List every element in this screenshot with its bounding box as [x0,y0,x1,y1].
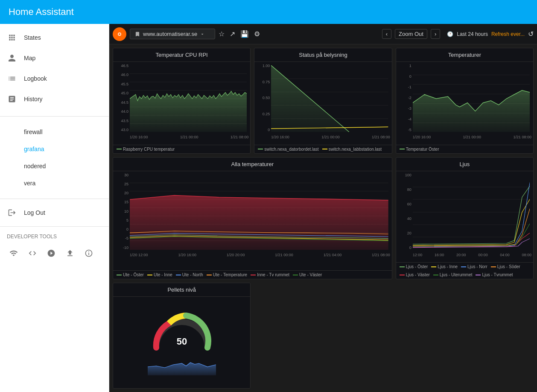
ll-2: Ute - Inne [154,272,172,277]
li-ljus-uterummet: Ljus - Uterummet [433,272,473,277]
lc-6 [293,275,298,275]
cpu-chart-wrapper [130,65,247,132]
belysning-chart-svg [271,65,388,132]
li-ljus-oster: Ljus - Öster [400,264,428,269]
svg-marker-14 [271,65,388,132]
ll-6: Ute - Väster [299,272,322,277]
belysning-chart: 1.000.750.500.250 [256,64,390,140]
cpu-legend: Raspberry CPU temperatur [113,145,250,153]
wifi-icon[interactable] [7,246,20,260]
content-area: www.automatiserar.se ☆ ↗ 💾 ⚙ ‹ Zoom Out … [109,24,537,392]
legend-color-yellow [322,149,327,149]
x-axis-alla: 1/20 12:001/20 16:001/20 20:001/21 00:00… [130,252,390,258]
y-axis-temp: 10-1-2-3-4-5 [398,64,413,132]
ll-4: Ute - Temperature [213,272,247,277]
developer-tools-label: Developer Tools [0,230,109,243]
refresh-btn[interactable]: ↺ [528,30,534,38]
apps-icon [7,32,17,43]
info-icon[interactable] [82,246,96,260]
upload-icon[interactable] [63,246,77,260]
ljus-svg [413,175,530,250]
sidebar-label-map: Map [24,55,102,61]
sidebar-main-nav: States Map Logbook History [0,24,109,113]
sidebar-item-logbook[interactable]: Logbook [0,68,109,89]
ljl-7: Ljus - Tvrummet [482,272,513,277]
panel-ljus-title: Ljus [396,158,533,171]
ljus-legend: Ljus - Öster Ljus - Inne Ljus - Norr Lju… [396,262,533,279]
sidebar-subnav: firewall grafana nodered vera [0,120,109,195]
ljl-1: Ljus - Öster [406,264,428,269]
ljc-5 [400,275,405,275]
legend-color-green [258,149,263,149]
panel-pellets-title: Pellets nivå [113,283,250,297]
ll-1: Ute - Öster [123,272,144,277]
sidebar-item-nodered[interactable]: nodered [0,158,109,175]
settings-icon[interactable]: ⚙ [254,30,260,38]
lc-1 [117,275,122,275]
ljc-6 [433,275,438,275]
zoom-out-btn[interactable]: Zoom Out [395,29,427,39]
sidebar-item-history[interactable]: History [0,89,109,109]
share-icon[interactable]: ↗ [230,30,235,38]
alla-legend: Ute - Öster Ute - Inne Ute - North Ute -… [113,270,392,279]
gauge-svg: 50 [148,307,216,354]
x-axis-ljus: 12:0016:0020:0000:0004:0008:00 [413,252,531,258]
legend-color-temp [400,149,405,149]
svg-marker-38 [148,363,216,375]
ljl-4: Ljus - Söder [497,264,520,269]
x-axis-temp: 1/20 16:001/21 00:001/21 08:00 [413,134,531,140]
sidebar-divider [0,116,109,117]
next-btn[interactable]: › [431,29,440,39]
panel-temperaturer-title: Temperaturer [396,48,533,62]
sidebar-item-states[interactable]: States [0,27,109,48]
panel-alla-temp-content: 302520151050-5-10 [113,171,392,271]
grafana-dashboard: Temperatur CPU RPI 46.546.045.545.044.54… [109,44,537,392]
panel-belysning: Status på belysning 1.000.750.500.250 [254,48,392,154]
svg-point-2 [119,33,120,35]
antenna-icon[interactable] [44,246,58,260]
url-text: www.automatiserar.se [143,31,197,37]
prev-btn[interactable]: ‹ [382,29,391,39]
star-icon[interactable]: ☆ [219,30,225,38]
ljl-3: Ljus - Norr [467,264,487,269]
grafana-logo[interactable] [113,27,126,41]
panel-pellets-content: 50 [113,297,250,388]
sidebar-item-map[interactable]: Map [0,48,109,68]
li-ute-vaster: Ute - Väster [293,272,322,277]
code-icon[interactable] [26,246,39,260]
legend-label: Raspberry CPU temperatur [123,147,175,152]
ljc-4 [491,266,496,267]
panel-belysning-title: Status på belysning [254,48,391,62]
alla-temp-chart-wrapper [130,175,388,250]
sidebar-label-vera: vera [24,180,35,187]
lc-4 [207,275,212,275]
panel-ljus: Ljus 100806040200 [396,157,534,280]
sidebar-item-grafana[interactable]: grafana [0,140,109,158]
grafana-nav-controls: ‹ Zoom Out › 🕐 Last 24 hours Refresh eve… [382,29,534,39]
temperaturer-chart-wrapper [413,65,530,132]
sidebar-label-logbook: Logbook [24,75,102,82]
url-bar[interactable]: www.automatiserar.se [130,29,215,39]
refresh-label[interactable]: Refresh ever... [491,31,525,37]
sidebar-label-history: History [24,96,102,102]
legend-item-yellow: switch.nexa_labbstation.last [322,147,382,152]
ljus-chart: 100806040200 [398,173,531,258]
legend-label-temp: Temperatur Öster [406,147,439,152]
y-axis-belysning: 1.000.750.500.250 [256,64,271,132]
sidebar-item-vera[interactable]: vera [0,175,109,192]
panel-alla-temp: Alla temperaturer 302520151050-5-10 [113,157,392,280]
lc-5 [251,275,256,275]
belysning-chart-wrapper [271,65,388,132]
ljus-chart-wrapper [413,175,530,250]
save-icon[interactable]: 💾 [240,30,249,38]
sidebar-item-firewall[interactable]: firewall [0,123,109,140]
logout-icon [7,208,17,218]
alla-temp-chart: 302520151050-5-10 [115,173,390,258]
li-ute-oster: Ute - Öster [117,272,144,277]
panel-cpu-temp: Temperatur CPU RPI 46.546.045.545.044.54… [113,48,251,154]
cpu-temp-chart: 46.546.045.545.044.544.043.543.0 [115,64,248,140]
panel-cpu-temp-content: 46.546.045.545.044.544.043.543.0 [113,62,250,145]
pellets-mini-chart [148,354,216,375]
sidebar-item-logout[interactable]: Log Out [0,202,109,223]
panel-temperaturer-content: 10-1-2-3-4-5 [396,62,533,145]
